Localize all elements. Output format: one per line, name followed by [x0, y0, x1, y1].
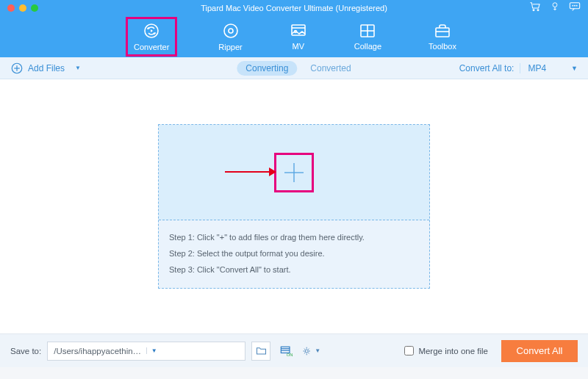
step-2: Step 2: Select the output format you des…: [169, 245, 419, 261]
output-format-value: MP4: [528, 63, 546, 73]
tab-mv[interactable]: MV: [284, 20, 313, 54]
svg-point-9: [224, 24, 237, 37]
merge-checkbox[interactable]: Merge into one file: [404, 346, 488, 355]
convert-all-to-label: Convert All to:: [459, 63, 514, 73]
mv-icon: [290, 23, 307, 40]
drop-zone[interactable]: [159, 125, 429, 220]
svg-point-10: [229, 29, 233, 33]
converter-icon: [143, 22, 160, 41]
svg-point-6: [576, 5, 577, 6]
svg-rect-16: [436, 28, 449, 37]
collage-icon: [359, 23, 376, 40]
instruction-steps: Step 1: Click "+" to add files or drag t…: [159, 220, 429, 288]
toolbox-icon: [434, 23, 451, 40]
main-area: Step 1: Click "+" to add files or drag t…: [0, 79, 588, 333]
tab-converted[interactable]: Converted: [310, 63, 351, 73]
step-1: Step 1: Click "+" to add files or drag t…: [169, 229, 419, 245]
tab-label: Toolbox: [429, 42, 456, 51]
tab-collage[interactable]: Collage: [348, 20, 387, 54]
tab-label: Ripper: [218, 43, 242, 51]
footer-bar: Save to: /Users/ihappyacethinker/Movies/…: [0, 333, 588, 367]
hardware-accel-button[interactable]: ON: [276, 342, 295, 361]
tab-ripper[interactable]: Ripper: [212, 19, 248, 54]
ripper-icon: [222, 22, 240, 41]
save-path-value: /Users/ihappyacethinker/Movies/Converted: [54, 347, 142, 355]
svg-point-5: [575, 5, 576, 6]
chevron-down-icon[interactable]: ▼: [75, 65, 81, 71]
settings-button[interactable]: ▼: [301, 342, 320, 361]
svg-point-1: [537, 10, 539, 11]
chevron-down-icon: ▼: [146, 347, 240, 354]
tab-label: Collage: [354, 42, 381, 51]
add-files-plus-button[interactable]: [274, 153, 314, 192]
save-to-label: Save to:: [10, 347, 41, 355]
merge-label: Merge into one file: [418, 347, 488, 355]
cart-icon[interactable]: [529, 1, 541, 15]
main-tabstrip: Converter Ripper MV Collage Toolbox: [0, 16, 588, 57]
svg-point-29: [305, 350, 308, 353]
window-title: Tipard Mac Video Converter Ultimate (Unr…: [0, 4, 588, 12]
tab-toolbox[interactable]: Toolbox: [423, 20, 462, 54]
tab-converting[interactable]: Converting: [237, 61, 297, 76]
window-titlebar: Tipard Mac Video Converter Ultimate (Unr…: [0, 0, 588, 16]
svg-marker-22: [269, 167, 276, 176]
drop-box: Step 1: Click "+" to add files or drag t…: [158, 124, 430, 289]
svg-point-0: [533, 10, 534, 11]
svg-point-4: [573, 5, 573, 6]
save-path-selector[interactable]: /Users/ihappyacethinker/Movies/Converted…: [47, 342, 245, 361]
svg-marker-8: [151, 29, 153, 32]
tab-label: Converter: [134, 43, 169, 51]
svg-text:ON: ON: [287, 353, 293, 357]
open-folder-button[interactable]: [251, 342, 270, 361]
chevron-down-icon: ▼: [571, 65, 578, 72]
convert-all-label: Convert All: [517, 345, 563, 356]
tab-converter[interactable]: Converter: [126, 17, 177, 57]
feedback-icon[interactable]: [569, 1, 581, 15]
svg-point-2: [553, 3, 557, 7]
convert-all-button[interactable]: Convert All: [501, 340, 578, 362]
annotation-arrow: [225, 166, 276, 178]
merge-checkbox-input[interactable]: [404, 346, 414, 355]
add-files-button[interactable]: Add Files ▼: [10, 62, 81, 75]
svg-rect-25: [282, 347, 290, 353]
sub-toolbar: Add Files ▼ Converting Converted Convert…: [0, 57, 588, 79]
output-format-selector[interactable]: MP4 ▼: [520, 63, 578, 73]
chevron-down-icon: ▼: [315, 347, 320, 354]
step-3: Step 3: Click "Convert All" to start.: [169, 261, 419, 278]
add-files-label: Add Files: [28, 63, 65, 73]
key-icon[interactable]: [550, 1, 560, 15]
tab-label: MV: [292, 42, 304, 51]
